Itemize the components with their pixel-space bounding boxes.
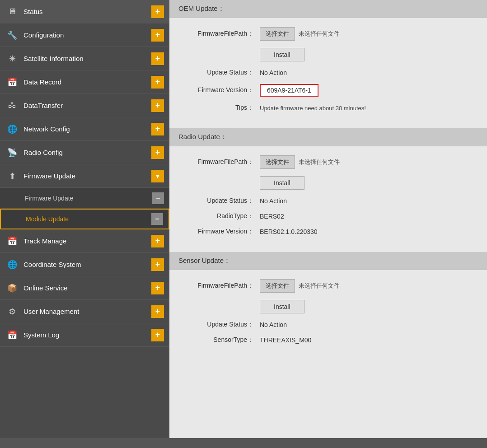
network-icon: 🖧 xyxy=(5,101,19,110)
satellite-icon: ✳ xyxy=(5,54,19,64)
radio-type-row: RadioType： BERS02 xyxy=(183,212,473,220)
expand-btn-network-config[interactable]: + xyxy=(151,123,164,135)
sidebar-item-label: Satellite Information xyxy=(19,55,151,62)
radio-version-row: Firmware Version： BERS02.1.0.220330 xyxy=(183,228,473,236)
oem-status-value: No Action xyxy=(260,69,287,76)
track-icon: 📅 xyxy=(5,236,19,246)
oem-tips-row: Tips： Update firmware need about 30 minu… xyxy=(183,104,473,112)
expand-btn-data-record[interactable]: + xyxy=(151,76,164,89)
radio-install-row: Install xyxy=(183,176,473,190)
oem-section-body: FirmwareFilePath： 选择文件 未选择任何文件 Install U… xyxy=(169,18,487,128)
radio-no-file-text: 未选择任何文件 xyxy=(299,158,340,166)
sidebar-item-satellite-information[interactable]: ✳ Satellite Information + xyxy=(0,47,169,70)
oem-tips-label: Tips： xyxy=(183,104,260,112)
oem-version-value: 609A9-21AT6-1 xyxy=(260,84,318,97)
sensor-section-header: Sensor Update： xyxy=(169,252,487,270)
sidebar-item-label: Status xyxy=(19,8,151,15)
radio-filepath-label: FirmwareFilePath： xyxy=(183,158,260,166)
radio-install-button[interactable]: Install xyxy=(260,176,304,190)
oem-install-button[interactable]: Install xyxy=(260,48,304,61)
oem-choose-file-button[interactable]: 选择文件 xyxy=(260,27,295,41)
bottom-bar xyxy=(0,438,487,448)
sidebar-item-label: Firmware Update xyxy=(19,172,151,180)
expand-btn-status[interactable]: + xyxy=(151,5,164,18)
sensor-type-value: THREEAXIS_M00 xyxy=(260,336,311,344)
sidebar-item-user-management[interactable]: ⚙ User Management + xyxy=(0,300,169,323)
sensor-section-body: FirmwareFilePath： 选择文件 未选择任何文件 Install U… xyxy=(169,270,487,360)
sidebar: 🖥 Status + 🔧 Configuration + ✳ Satellite… xyxy=(0,0,169,448)
sidebar-item-configuration[interactable]: 🔧 Configuration + xyxy=(0,23,169,47)
sensor-status-value: No Action xyxy=(260,321,287,328)
radio-status-label: Update Status： xyxy=(183,197,260,205)
oem-no-file-text: 未选择任何文件 xyxy=(299,30,340,38)
sidebar-item-status[interactable]: 🖥 Status + xyxy=(0,0,169,23)
wrench-icon: 🔧 xyxy=(5,30,19,40)
expand-btn-satellite[interactable]: + xyxy=(151,52,164,65)
sidebar-subitem-label: Module Update xyxy=(26,215,151,223)
expand-btn-system-log[interactable]: + xyxy=(151,329,164,341)
oem-version-row: Firmware Version： 609A9-21AT6-1 xyxy=(183,84,473,97)
sensor-status-label: Update Status： xyxy=(183,321,260,329)
oem-tips-value: Update firmware need about 30 minutes! xyxy=(260,105,366,112)
expand-btn-data-transfer[interactable]: + xyxy=(151,99,164,112)
expand-btn-coordinate-system[interactable]: + xyxy=(151,258,164,271)
expand-btn-track-manage[interactable]: + xyxy=(151,235,164,247)
sensor-install-row: Install xyxy=(183,300,473,313)
sidebar-subitem-firmware-update[interactable]: Firmware Update − xyxy=(0,188,169,209)
oem-install-row: Install xyxy=(183,48,473,61)
sidebar-item-online-service[interactable]: 📦 Online Service + xyxy=(0,276,169,300)
sidebar-item-track-manage[interactable]: 📅 Track Manage + xyxy=(0,229,169,253)
log-icon: 📅 xyxy=(5,330,19,340)
main-content: OEM Update： FirmwareFilePath： 选择文件 未选择任何… xyxy=(169,0,487,448)
sidebar-item-network-config[interactable]: 🌐 Network Config + xyxy=(0,117,169,141)
expand-btn-firmware-update[interactable]: ▼ xyxy=(151,170,164,182)
sidebar-item-label: System Log xyxy=(19,331,151,339)
sidebar-item-coordinate-system[interactable]: 🌐 Coordinate System + xyxy=(0,253,169,276)
radio-filepath-row: FirmwareFilePath： 选择文件 未选择任何文件 xyxy=(183,155,473,169)
oem-status-row: Update Status： No Action xyxy=(183,69,473,77)
sidebar-item-label: Track Manage xyxy=(19,237,151,245)
sensor-filepath-row: FirmwareFilePath： 选择文件 未选择任何文件 xyxy=(183,279,473,293)
sidebar-subitem-module-update[interactable]: Module Update − xyxy=(0,209,169,229)
radio-status-value: No Action xyxy=(260,197,287,205)
oem-section-title: OEM Update： xyxy=(178,5,225,12)
oem-status-label: Update Status： xyxy=(183,69,260,77)
expand-btn-radio-config[interactable]: + xyxy=(151,146,164,159)
radio-section-title: Radio Update： xyxy=(178,133,227,140)
sidebar-item-data-transfer[interactable]: 🖧 DataTransfer + xyxy=(0,94,169,117)
sidebar-item-label: Data Record xyxy=(19,78,151,86)
coordinate-icon: 🌐 xyxy=(5,260,19,270)
radio-choose-file-button[interactable]: 选择文件 xyxy=(260,155,295,169)
sensor-section-title: Sensor Update： xyxy=(178,257,230,264)
sidebar-item-data-record[interactable]: 📅 Data Record + xyxy=(0,70,169,94)
sidebar-item-label: DataTransfer xyxy=(19,102,151,109)
expand-btn-online-service[interactable]: + xyxy=(151,282,164,294)
monitor-icon: 🖥 xyxy=(5,7,19,16)
sensor-status-row: Update Status： No Action xyxy=(183,321,473,329)
radio-type-value: BERS02 xyxy=(260,213,284,220)
sidebar-item-label: Coordinate System xyxy=(19,261,151,268)
calendar-icon: 📅 xyxy=(5,77,19,87)
sidebar-item-radio-config[interactable]: 📡 Radio Config + xyxy=(0,141,169,164)
expand-btn-module-update[interactable]: − xyxy=(151,213,163,225)
expand-btn-fw-sub[interactable]: − xyxy=(152,192,164,204)
sensor-install-button[interactable]: Install xyxy=(260,300,304,313)
radio-version-label: Firmware Version： xyxy=(183,228,260,236)
sensor-type-row: SensorType： THREEAXIS_M00 xyxy=(183,336,473,344)
package-icon: 📦 xyxy=(5,283,19,293)
expand-btn-user-management[interactable]: + xyxy=(151,305,164,318)
sidebar-item-label: Radio Config xyxy=(19,149,151,156)
sensor-choose-file-button[interactable]: 选择文件 xyxy=(260,279,295,293)
sidebar-item-label: Online Service xyxy=(19,284,151,292)
radio-section-body: FirmwareFilePath： 选择文件 未选择任何文件 Install U… xyxy=(169,146,487,252)
sidebar-item-label: Network Config xyxy=(19,125,151,133)
expand-btn-configuration[interactable]: + xyxy=(151,29,164,42)
oem-filepath-label: FirmwareFilePath： xyxy=(183,30,260,38)
sensor-filepath-label: FirmwareFilePath： xyxy=(183,282,260,290)
sensor-type-label: SensorType： xyxy=(183,336,260,344)
sidebar-item-firmware-update[interactable]: ⬆ Firmware Update ▼ xyxy=(0,164,169,188)
oem-section-header: OEM Update： xyxy=(169,0,487,18)
user-icon: ⚙ xyxy=(5,307,19,317)
sidebar-item-system-log[interactable]: 📅 System Log + xyxy=(0,323,169,347)
globe-icon: 🌐 xyxy=(5,124,19,134)
